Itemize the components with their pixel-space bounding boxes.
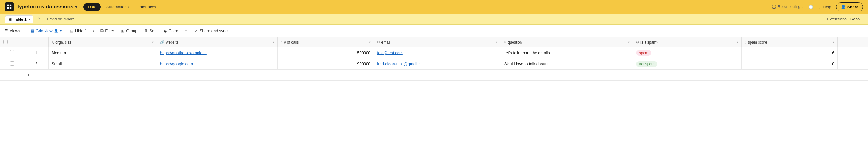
row2-email[interactable]: fred-clean-mail@gmail.c... bbox=[374, 59, 500, 70]
add-row-check bbox=[0, 70, 24, 81]
row1-num: 1 bbox=[24, 47, 48, 59]
table-header-row: A orgn. size ▾ 🔗 website ▾ # # of c bbox=[0, 37, 868, 47]
row1-spam-badge: spam bbox=[636, 50, 651, 56]
navbar-right: Reconnecting... 🕐 ⊙ Help 👤 Share bbox=[772, 2, 863, 11]
person-icon: 👤 bbox=[54, 29, 58, 33]
group-button[interactable]: ⊞ Group bbox=[118, 27, 140, 35]
header-checkbox[interactable] bbox=[0, 37, 24, 47]
row2-website-link[interactable]: https://google.com bbox=[160, 62, 193, 66]
website-label: website bbox=[166, 40, 271, 44]
header-calls[interactable]: # # of calls ▾ bbox=[277, 37, 374, 47]
table-expand-button[interactable]: ⌃ bbox=[35, 15, 43, 24]
table-row: 1 Medium https://another-example.... 500… bbox=[0, 47, 868, 59]
row1-check[interactable] bbox=[10, 50, 14, 55]
svg-rect-3 bbox=[9, 7, 11, 9]
header-rownum bbox=[24, 37, 48, 47]
row2-check[interactable] bbox=[10, 61, 14, 66]
row1-email-link[interactable]: test@test.com bbox=[377, 51, 403, 55]
header-orgn-size[interactable]: A orgn. size ▾ bbox=[48, 37, 157, 47]
table-name: Table 1 bbox=[13, 17, 27, 22]
app-logo bbox=[5, 2, 13, 11]
row-height-button[interactable]: ≡ bbox=[182, 27, 190, 35]
group-label: Group bbox=[126, 28, 137, 33]
select-all-checkbox[interactable] bbox=[3, 40, 8, 44]
table-tab-1[interactable]: ▦ Table 1 ▾ bbox=[5, 15, 33, 23]
header-website[interactable]: 🔗 website ▾ bbox=[157, 37, 277, 47]
add-column-button[interactable]: + bbox=[838, 37, 868, 47]
grid-view-chevron: ▾ bbox=[60, 29, 62, 32]
row2-website[interactable]: https://google.com bbox=[157, 59, 277, 70]
tab-automations[interactable]: Automations bbox=[102, 3, 133, 11]
header-question[interactable]: ✎ question ▾ bbox=[500, 37, 633, 47]
svg-rect-2 bbox=[7, 7, 9, 9]
header-is-spam[interactable]: ⊙ Is it spam? ▾ bbox=[633, 37, 741, 47]
expand-icon: ⌃ bbox=[37, 17, 40, 21]
tab-interfaces[interactable]: Interfaces bbox=[134, 3, 160, 11]
row2-email-link[interactable]: fred-clean-mail@gmail.c... bbox=[377, 62, 424, 66]
spam-score-label: spam score bbox=[748, 40, 832, 44]
grid-view-icon: ▦ bbox=[30, 28, 34, 33]
share-button[interactable]: 👤 Share bbox=[836, 2, 863, 11]
header-spam-score[interactable]: # spam score ▾ bbox=[741, 37, 838, 47]
email-icon: ✉ bbox=[377, 40, 380, 44]
color-button[interactable]: ◈ Color bbox=[160, 27, 181, 35]
link-icon: 🔗 bbox=[160, 40, 164, 44]
email-label: email bbox=[381, 40, 494, 44]
grid-view-button[interactable]: ▦ Grid view 👤 ▾ bbox=[27, 28, 64, 33]
row2-calls[interactable]: 900000 bbox=[277, 59, 374, 70]
spam-sort-icon: ▾ bbox=[737, 40, 738, 44]
reconnecting-status: Reconnecting... bbox=[772, 5, 803, 9]
row1-calls[interactable]: 500000 bbox=[277, 47, 374, 59]
row1-website-link[interactable]: https://another-example.... bbox=[160, 51, 207, 55]
add-row-button[interactable]: + bbox=[24, 70, 868, 81]
sort-label: Sort bbox=[149, 28, 157, 33]
question-sort-icon: ▾ bbox=[628, 40, 630, 44]
toolbar: ☰ Views ▦ Grid view 👤 ▾ ⊟ Hide fields ⧉ … bbox=[0, 25, 868, 37]
app-title[interactable]: typeform submissions ▾ bbox=[17, 4, 77, 10]
help-button[interactable]: ⊙ Help bbox=[818, 5, 831, 9]
reconnecting-label: Reconnecting... bbox=[778, 5, 803, 9]
number-icon-score: # bbox=[745, 40, 746, 44]
question-label: question bbox=[508, 40, 627, 44]
filter-button[interactable]: ⧉ Filter bbox=[97, 27, 117, 35]
extensions-button[interactable]: Extensions bbox=[827, 17, 847, 21]
add-row[interactable]: + bbox=[0, 70, 868, 81]
share-sync-button[interactable]: ↗ Share and sync bbox=[191, 27, 230, 35]
hide-fields-label: Hide fields bbox=[75, 28, 94, 33]
score-sort-icon: ▾ bbox=[833, 40, 834, 44]
views-button[interactable]: ☰ Views bbox=[4, 28, 24, 33]
sort-button[interactable]: ⇅ Sort bbox=[141, 27, 160, 35]
tab-data[interactable]: Data bbox=[84, 3, 100, 11]
share-sync-icon: ↗ bbox=[194, 28, 198, 33]
history-button[interactable]: 🕐 bbox=[808, 5, 813, 9]
row1-question[interactable]: Let's talk about the details. bbox=[500, 47, 633, 59]
header-email[interactable]: ✉ email ▾ bbox=[374, 37, 500, 47]
row1-website[interactable]: https://another-example.... bbox=[157, 47, 277, 59]
row1-checkbox[interactable] bbox=[0, 47, 24, 59]
row1-spam[interactable]: spam bbox=[633, 47, 741, 59]
row2-orgn[interactable]: Small bbox=[48, 59, 157, 70]
svg-rect-0 bbox=[7, 5, 9, 6]
row1-score[interactable]: 6 bbox=[741, 47, 838, 59]
row2-score[interactable]: 0 bbox=[741, 59, 838, 70]
navbar: typeform submissions ▾ Data Automations … bbox=[0, 0, 868, 13]
hide-fields-button[interactable]: ⊟ Hide fields bbox=[67, 27, 97, 35]
reconfigure-button[interactable]: Reco... bbox=[850, 17, 863, 21]
hamburger-icon: ☰ bbox=[4, 28, 8, 33]
toolbar-divider-1 bbox=[64, 28, 64, 34]
website-sort-icon: ▾ bbox=[273, 40, 274, 44]
question-icon: ✎ bbox=[503, 40, 506, 44]
row2-checkbox[interactable] bbox=[0, 59, 24, 70]
data-table: A orgn. size ▾ 🔗 website ▾ # # of c bbox=[0, 37, 868, 81]
color-label: Color bbox=[168, 28, 178, 33]
share-label: Share bbox=[847, 5, 859, 9]
row1-email[interactable]: test@test.com bbox=[374, 47, 500, 59]
grid-icon: ▦ bbox=[8, 17, 12, 21]
row2-spam[interactable]: not spam bbox=[633, 59, 741, 70]
row2-empty bbox=[838, 59, 868, 70]
row2-question[interactable]: Would love to talk about t... bbox=[500, 59, 633, 70]
row1-orgn[interactable]: Medium bbox=[48, 47, 157, 59]
add-table-button[interactable]: + Add or import bbox=[43, 15, 77, 23]
sort-icon: ⇅ bbox=[144, 28, 148, 33]
navbar-tabs: Data Automations Interfaces bbox=[84, 3, 160, 11]
